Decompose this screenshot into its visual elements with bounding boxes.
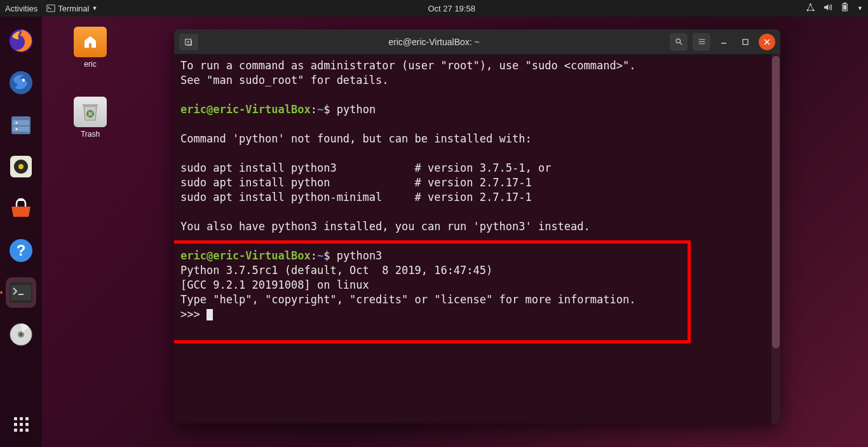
terminal-line: sudo apt install python3 # version 3.7.5… <box>180 161 774 175</box>
trash-label: Trash <box>67 130 113 139</box>
svg-rect-30 <box>743 39 748 45</box>
app-menu-label: Terminal <box>58 4 89 13</box>
svg-rect-11 <box>13 120 29 125</box>
svg-rect-22 <box>11 285 31 300</box>
terminal-titlebar[interactable]: eric@eric-VirtualBox: ~ <box>174 29 780 55</box>
dock-thunderbird[interactable] <box>6 67 36 98</box>
terminal-line <box>180 117 774 132</box>
folder-icon <box>74 27 107 57</box>
terminal-line: You also have python3 installed, you can… <box>180 219 774 234</box>
terminal-line: Command 'python' not found, but can be i… <box>180 132 774 146</box>
dock-rhythmbox[interactable] <box>6 151 36 182</box>
svg-point-17 <box>18 164 24 169</box>
home-folder-label: eric <box>67 60 113 69</box>
scrollbar[interactable] <box>771 55 780 423</box>
svg-point-26 <box>20 333 22 336</box>
terminal-line <box>180 88 774 102</box>
svg-text:?: ? <box>17 242 26 259</box>
maximize-icon <box>742 39 749 45</box>
files-icon <box>8 111 34 138</box>
clock[interactable]: Oct 27 19:58 <box>97 4 806 13</box>
svg-rect-0 <box>47 5 55 12</box>
svg-point-9 <box>22 79 25 82</box>
scrollbar-thumb[interactable] <box>772 56 780 348</box>
terminal-line: sudo apt install python-minimal # versio… <box>180 190 774 205</box>
svg-point-13 <box>16 122 18 124</box>
new-tab-button[interactable] <box>179 34 198 50</box>
minimize-button[interactable] <box>715 34 732 50</box>
terminal-line <box>180 146 774 161</box>
desktop: eric Trash eric@eric-VirtualBox: ~ <box>42 17 868 447</box>
dock-firefox[interactable] <box>6 25 36 56</box>
terminal-line <box>180 234 774 249</box>
maximize-button[interactable] <box>737 34 754 50</box>
trash[interactable]: Trash <box>67 97 113 139</box>
terminal-line: Type "help", "copyright", "credits" or "… <box>180 292 774 307</box>
activities-button[interactable]: Activities <box>5 4 37 13</box>
svg-point-14 <box>16 128 18 130</box>
volume-icon[interactable] <box>823 3 832 14</box>
trash-icon <box>74 97 107 127</box>
dock-help[interactable]: ? <box>6 235 36 266</box>
cursor <box>207 309 213 320</box>
search-button[interactable] <box>670 33 688 51</box>
svg-rect-18 <box>18 198 24 201</box>
dock-terminal[interactable] <box>6 277 36 308</box>
terminal-icon <box>46 4 55 13</box>
terminal-line <box>180 205 774 219</box>
network-icon[interactable] <box>806 3 815 14</box>
app-menu[interactable]: Terminal ▼ <box>46 4 97 13</box>
terminal-title: eric@eric-VirtualBox: ~ <box>198 37 670 47</box>
dock-files[interactable] <box>6 109 36 140</box>
disc-icon <box>8 322 34 347</box>
terminal-line: sudo apt install python # version 2.7.17… <box>180 175 774 190</box>
help-icon: ? <box>8 237 34 264</box>
close-icon <box>764 39 770 45</box>
menu-button[interactable] <box>693 33 710 51</box>
svg-point-29 <box>676 39 681 43</box>
svg-rect-5 <box>844 3 846 4</box>
thunderbird-icon <box>8 70 34 95</box>
terminal-prompt-line: eric@eric-VirtualBox:~$ python <box>180 102 774 117</box>
dock-disc[interactable] <box>6 319 36 350</box>
firefox-icon <box>8 28 34 53</box>
terminal-line: To run a command as administrator (user … <box>180 58 774 73</box>
terminal-app-icon <box>8 281 34 304</box>
top-panel: Activities Terminal ▼ Oct 27 19:58 ▼ <box>0 0 868 17</box>
search-icon <box>675 38 683 46</box>
rhythmbox-icon <box>8 153 34 180</box>
minimize-icon <box>721 39 727 45</box>
svg-rect-12 <box>13 127 29 132</box>
new-tab-icon <box>184 38 193 46</box>
terminal-prompt-line: eric@eric-VirtualBox:~$ python3 <box>180 249 774 263</box>
hamburger-icon <box>698 38 706 46</box>
terminal-line: [GCC 9.2.1 20191008] on linux <box>180 278 774 292</box>
terminal-body[interactable]: To run a command as administrator (user … <box>174 55 780 423</box>
software-icon <box>8 195 34 222</box>
terminal-line: Python 3.7.5rc1 (default, Oct 8 2019, 16… <box>180 263 774 278</box>
svg-rect-6 <box>843 5 846 10</box>
terminal-repl-prompt: >>> <box>180 307 774 322</box>
apps-grid-icon <box>14 417 29 432</box>
dock-software[interactable] <box>6 193 36 224</box>
terminal-line: See "man sudo_root" for details. <box>180 73 774 88</box>
home-folder[interactable]: eric <box>67 27 113 69</box>
terminal-window: eric@eric-VirtualBox: ~ <box>174 29 780 423</box>
chevron-down-icon: ▼ <box>92 5 97 11</box>
close-button[interactable] <box>759 34 775 50</box>
system-menu-chevron[interactable]: ▼ <box>857 5 863 11</box>
dock: ? <box>0 17 42 447</box>
battery-icon[interactable] <box>840 3 850 14</box>
show-applications[interactable] <box>6 409 36 439</box>
